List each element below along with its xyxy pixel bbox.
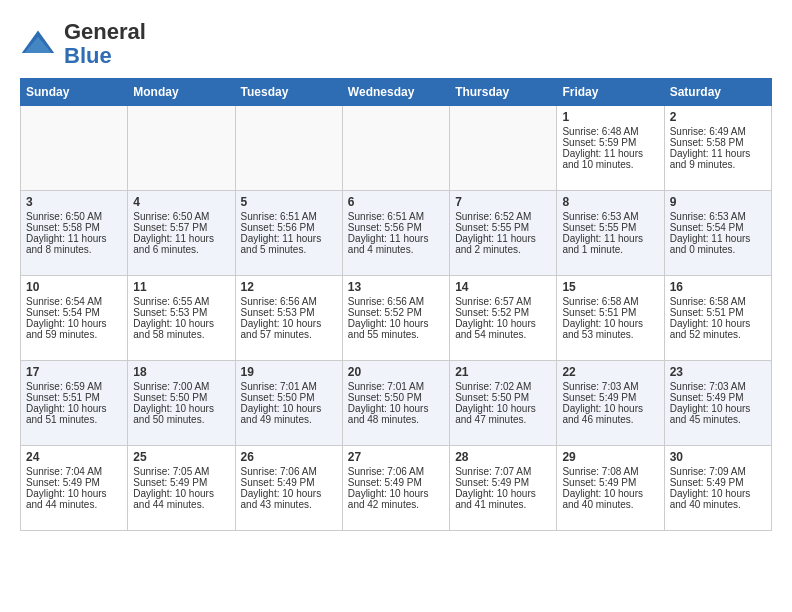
day-number: 28 (455, 450, 551, 464)
day-info: Sunrise: 6:58 AM Sunset: 5:51 PM Dayligh… (670, 296, 751, 340)
calendar-cell: 4Sunrise: 6:50 AM Sunset: 5:57 PM Daylig… (128, 191, 235, 276)
day-number: 21 (455, 365, 551, 379)
day-info: Sunrise: 7:03 AM Sunset: 5:49 PM Dayligh… (670, 381, 751, 425)
day-info: Sunrise: 6:56 AM Sunset: 5:52 PM Dayligh… (348, 296, 429, 340)
calendar-cell (450, 106, 557, 191)
calendar-cell: 16Sunrise: 6:58 AM Sunset: 5:51 PM Dayli… (664, 276, 771, 361)
logo-general: General (64, 19, 146, 44)
day-number: 17 (26, 365, 122, 379)
day-info: Sunrise: 6:50 AM Sunset: 5:57 PM Dayligh… (133, 211, 214, 255)
calendar-cell: 10Sunrise: 6:54 AM Sunset: 5:54 PM Dayli… (21, 276, 128, 361)
day-info: Sunrise: 7:06 AM Sunset: 5:49 PM Dayligh… (348, 466, 429, 510)
calendar-cell: 9Sunrise: 6:53 AM Sunset: 5:54 PM Daylig… (664, 191, 771, 276)
col-header-friday: Friday (557, 79, 664, 106)
calendar-cell: 23Sunrise: 7:03 AM Sunset: 5:49 PM Dayli… (664, 361, 771, 446)
day-number: 7 (455, 195, 551, 209)
calendar-cell: 24Sunrise: 7:04 AM Sunset: 5:49 PM Dayli… (21, 446, 128, 531)
day-number: 5 (241, 195, 337, 209)
calendar-cell: 13Sunrise: 6:56 AM Sunset: 5:52 PM Dayli… (342, 276, 449, 361)
day-info: Sunrise: 7:04 AM Sunset: 5:49 PM Dayligh… (26, 466, 107, 510)
day-number: 30 (670, 450, 766, 464)
day-info: Sunrise: 6:51 AM Sunset: 5:56 PM Dayligh… (348, 211, 429, 255)
calendar-cell (235, 106, 342, 191)
calendar-cell: 19Sunrise: 7:01 AM Sunset: 5:50 PM Dayli… (235, 361, 342, 446)
week-row-4: 17Sunrise: 6:59 AM Sunset: 5:51 PM Dayli… (21, 361, 772, 446)
calendar-cell: 27Sunrise: 7:06 AM Sunset: 5:49 PM Dayli… (342, 446, 449, 531)
calendar-cell: 28Sunrise: 7:07 AM Sunset: 5:49 PM Dayli… (450, 446, 557, 531)
calendar-cell: 17Sunrise: 6:59 AM Sunset: 5:51 PM Dayli… (21, 361, 128, 446)
day-info: Sunrise: 7:01 AM Sunset: 5:50 PM Dayligh… (241, 381, 322, 425)
day-info: Sunrise: 6:53 AM Sunset: 5:55 PM Dayligh… (562, 211, 643, 255)
calendar-cell: 5Sunrise: 6:51 AM Sunset: 5:56 PM Daylig… (235, 191, 342, 276)
week-row-1: 1Sunrise: 6:48 AM Sunset: 5:59 PM Daylig… (21, 106, 772, 191)
day-number: 11 (133, 280, 229, 294)
calendar-cell: 20Sunrise: 7:01 AM Sunset: 5:50 PM Dayli… (342, 361, 449, 446)
day-number: 15 (562, 280, 658, 294)
day-number: 6 (348, 195, 444, 209)
day-info: Sunrise: 6:56 AM Sunset: 5:53 PM Dayligh… (241, 296, 322, 340)
logo-blue: Blue (64, 43, 112, 68)
day-info: Sunrise: 7:02 AM Sunset: 5:50 PM Dayligh… (455, 381, 536, 425)
day-number: 1 (562, 110, 658, 124)
calendar-cell: 2Sunrise: 6:49 AM Sunset: 5:58 PM Daylig… (664, 106, 771, 191)
calendar-cell: 22Sunrise: 7:03 AM Sunset: 5:49 PM Dayli… (557, 361, 664, 446)
day-info: Sunrise: 7:03 AM Sunset: 5:49 PM Dayligh… (562, 381, 643, 425)
day-info: Sunrise: 7:06 AM Sunset: 5:49 PM Dayligh… (241, 466, 322, 510)
day-info: Sunrise: 6:58 AM Sunset: 5:51 PM Dayligh… (562, 296, 643, 340)
calendar-cell: 1Sunrise: 6:48 AM Sunset: 5:59 PM Daylig… (557, 106, 664, 191)
day-number: 26 (241, 450, 337, 464)
calendar-cell (342, 106, 449, 191)
day-number: 16 (670, 280, 766, 294)
day-number: 4 (133, 195, 229, 209)
col-header-wednesday: Wednesday (342, 79, 449, 106)
calendar-cell: 21Sunrise: 7:02 AM Sunset: 5:50 PM Dayli… (450, 361, 557, 446)
calendar-cell: 25Sunrise: 7:05 AM Sunset: 5:49 PM Dayli… (128, 446, 235, 531)
day-number: 25 (133, 450, 229, 464)
day-number: 8 (562, 195, 658, 209)
day-number: 23 (670, 365, 766, 379)
day-number: 13 (348, 280, 444, 294)
col-header-monday: Monday (128, 79, 235, 106)
day-number: 24 (26, 450, 122, 464)
day-number: 29 (562, 450, 658, 464)
col-header-saturday: Saturday (664, 79, 771, 106)
day-info: Sunrise: 6:53 AM Sunset: 5:54 PM Dayligh… (670, 211, 751, 255)
calendar-cell (21, 106, 128, 191)
calendar-cell (128, 106, 235, 191)
calendar-cell: 12Sunrise: 6:56 AM Sunset: 5:53 PM Dayli… (235, 276, 342, 361)
day-number: 27 (348, 450, 444, 464)
day-number: 22 (562, 365, 658, 379)
day-number: 19 (241, 365, 337, 379)
logo-text: General Blue (64, 20, 146, 68)
day-number: 12 (241, 280, 337, 294)
col-header-thursday: Thursday (450, 79, 557, 106)
day-number: 2 (670, 110, 766, 124)
logo: General Blue (20, 20, 146, 68)
calendar-cell: 14Sunrise: 6:57 AM Sunset: 5:52 PM Dayli… (450, 276, 557, 361)
day-info: Sunrise: 6:51 AM Sunset: 5:56 PM Dayligh… (241, 211, 322, 255)
page-header: General Blue (20, 20, 772, 68)
calendar-cell: 7Sunrise: 6:52 AM Sunset: 5:55 PM Daylig… (450, 191, 557, 276)
day-info: Sunrise: 7:01 AM Sunset: 5:50 PM Dayligh… (348, 381, 429, 425)
day-number: 9 (670, 195, 766, 209)
calendar-cell: 18Sunrise: 7:00 AM Sunset: 5:50 PM Dayli… (128, 361, 235, 446)
day-info: Sunrise: 7:08 AM Sunset: 5:49 PM Dayligh… (562, 466, 643, 510)
day-info: Sunrise: 6:52 AM Sunset: 5:55 PM Dayligh… (455, 211, 536, 255)
day-info: Sunrise: 7:09 AM Sunset: 5:49 PM Dayligh… (670, 466, 751, 510)
col-header-sunday: Sunday (21, 79, 128, 106)
day-info: Sunrise: 6:57 AM Sunset: 5:52 PM Dayligh… (455, 296, 536, 340)
day-info: Sunrise: 6:59 AM Sunset: 5:51 PM Dayligh… (26, 381, 107, 425)
day-info: Sunrise: 7:07 AM Sunset: 5:49 PM Dayligh… (455, 466, 536, 510)
col-header-tuesday: Tuesday (235, 79, 342, 106)
day-info: Sunrise: 7:00 AM Sunset: 5:50 PM Dayligh… (133, 381, 214, 425)
day-info: Sunrise: 6:48 AM Sunset: 5:59 PM Dayligh… (562, 126, 643, 170)
week-row-5: 24Sunrise: 7:04 AM Sunset: 5:49 PM Dayli… (21, 446, 772, 531)
calendar-cell: 26Sunrise: 7:06 AM Sunset: 5:49 PM Dayli… (235, 446, 342, 531)
calendar-cell: 29Sunrise: 7:08 AM Sunset: 5:49 PM Dayli… (557, 446, 664, 531)
calendar-cell: 30Sunrise: 7:09 AM Sunset: 5:49 PM Dayli… (664, 446, 771, 531)
calendar-cell: 8Sunrise: 6:53 AM Sunset: 5:55 PM Daylig… (557, 191, 664, 276)
calendar-cell: 6Sunrise: 6:51 AM Sunset: 5:56 PM Daylig… (342, 191, 449, 276)
calendar-cell: 15Sunrise: 6:58 AM Sunset: 5:51 PM Dayli… (557, 276, 664, 361)
day-info: Sunrise: 7:05 AM Sunset: 5:49 PM Dayligh… (133, 466, 214, 510)
logo-icon (20, 26, 56, 62)
